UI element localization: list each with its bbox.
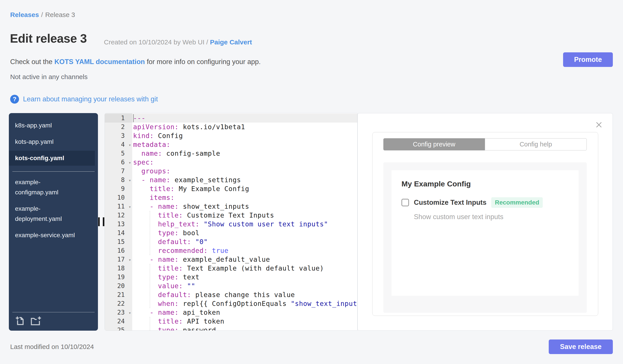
code-line[interactable]: recommended: true (132, 246, 357, 255)
code-line[interactable]: help_text: "Show custom user text inputs… (132, 220, 357, 229)
new-file-icon (15, 316, 25, 326)
sidebar-file-k8s-app.yaml[interactable]: k8s-app.yaml (9, 118, 95, 133)
sidebar-file-example-configmap.yaml[interactable]: example-configmap.yaml (9, 175, 95, 200)
line-number: 2 (105, 122, 132, 131)
git-releases-link[interactable]: Learn about managing your releases with … (23, 95, 158, 103)
recommended-badge: Recommended (491, 197, 543, 208)
config-group-title: My Example Config (401, 180, 471, 188)
config-item-row: Customize Text Inputs Recommended (401, 197, 543, 208)
promote-button[interactable]: Promote (563, 52, 613, 67)
code-line[interactable]: title: Text Example (with default value) (132, 264, 357, 273)
breadcrumb-releases-link[interactable]: Releases (10, 11, 39, 18)
code-line[interactable]: apiVersion: kots.io/v1beta1 (132, 122, 357, 131)
code-line[interactable]: type: password (132, 326, 357, 331)
fold-arrow-icon[interactable]: ▾ (129, 141, 131, 149)
code-line[interactable]: items: (132, 193, 357, 202)
text-cursor (133, 114, 134, 122)
close-icon[interactable] (595, 121, 603, 129)
line-number: 6▾ (105, 158, 132, 167)
line-number: 1 (105, 114, 132, 122)
line-number: 13 (105, 220, 132, 229)
sidebar-actions (9, 312, 98, 331)
sidebar-divider (12, 171, 95, 172)
config-item-help: Show custom user text inputs (414, 213, 503, 221)
doc-info: Check out the KOTS YAML documentation fo… (10, 58, 261, 66)
tab-config-preview[interactable]: Config preview (383, 138, 485, 150)
code-line[interactable]: type: text (132, 273, 357, 282)
breadcrumb-separator: / (41, 11, 43, 18)
config-item-label: Customize Text Inputs (414, 199, 486, 206)
code-line[interactable]: metadata: (132, 140, 357, 149)
file-list: k8s-app.yamlkots-app.yamlkots-config.yam… (9, 113, 98, 243)
line-number: 7 (105, 167, 132, 176)
config-preview-panel: Config previewConfig help My Example Con… (357, 113, 613, 331)
line-number: 10 (105, 193, 132, 202)
code-line[interactable]: type: bool (132, 229, 357, 237)
line-number: 22 (105, 299, 132, 308)
indent-guide (150, 264, 150, 308)
release-workspace: k8s-app.yamlkots-app.yamlkots-config.yam… (0, 113, 623, 331)
page-title: Edit release 3 (10, 31, 87, 45)
author-link[interactable]: Paige Calvert (210, 39, 252, 46)
line-number: 11▾ (105, 202, 132, 211)
line-number: 19 (105, 273, 132, 282)
code-line[interactable]: --- (132, 114, 357, 122)
sidebar-file-example-service.yaml[interactable]: example-service.yaml (9, 228, 95, 243)
doc-text-pre: Check out the (10, 58, 54, 66)
line-number: 5 (105, 149, 132, 158)
config-tabs: Config previewConfig help (383, 138, 587, 150)
code-line[interactable]: - name: example_settings (132, 176, 357, 184)
code-line[interactable]: when: repl{{ ConfigOptionEquals "show_te… (132, 299, 357, 308)
code-line[interactable]: title: My Example Config (132, 184, 357, 193)
line-number: 3 (105, 131, 132, 140)
new-folder-button[interactable] (30, 316, 42, 327)
yaml-editor[interactable]: 1234▾56▾78▾91011▾121314151617▾1819202122… (105, 113, 357, 331)
line-number: 23▾ (105, 308, 132, 317)
file-sidebar: k8s-app.yamlkots-app.yamlkots-config.yam… (9, 113, 98, 331)
code-line[interactable]: name: config-sample (132, 149, 357, 158)
customize-text-inputs-checkbox[interactable] (401, 199, 409, 206)
fold-arrow-icon[interactable]: ▾ (129, 176, 131, 185)
code-line[interactable]: title: API token (132, 317, 357, 326)
last-modified: Last modified on 10/10/2024 (10, 343, 94, 350)
sidebar-resize-handle[interactable] (98, 217, 104, 226)
tab-config-help[interactable]: Config help (485, 138, 587, 150)
code-line[interactable]: default: "0" (132, 237, 357, 246)
code-line[interactable]: groups: (132, 167, 357, 176)
new-file-button[interactable] (15, 316, 25, 327)
code-line[interactable]: title: Customize Text Inputs (132, 211, 357, 220)
kots-yaml-doc-link[interactable]: KOTS YAML documentation (54, 58, 145, 66)
line-number: 16 (105, 246, 132, 255)
fold-arrow-icon[interactable]: ▾ (129, 308, 131, 317)
editor-gutter: 1234▾56▾78▾91011▾121314151617▾1819202122… (105, 113, 132, 330)
channel-status: Not active in any channels (10, 73, 88, 81)
editor-code-area[interactable]: ---apiVersion: kots.io/v1beta1kind: Conf… (132, 113, 357, 330)
save-release-button[interactable]: Save release (549, 340, 613, 354)
line-number: 8▾ (105, 176, 132, 184)
breadcrumb: Releases/Release 3 (10, 11, 75, 19)
git-help-row: ? Learn about managing your releases wit… (10, 95, 158, 103)
sidebar-file-example-deployment.yaml[interactable]: example-deployment.yaml (9, 201, 95, 226)
line-number: 4▾ (105, 140, 132, 149)
new-folder-icon (30, 316, 42, 326)
fold-arrow-icon[interactable]: ▾ (129, 202, 131, 211)
code-line[interactable]: - name: example_default_value (132, 255, 357, 264)
line-number: 20 (105, 282, 132, 290)
code-line[interactable]: - name: show_text_inputs (132, 202, 357, 211)
fold-arrow-icon[interactable]: ▾ (129, 158, 131, 167)
code-line[interactable]: - name: api_token (132, 308, 357, 317)
code-line[interactable]: default: please change this value (132, 290, 357, 299)
created-text: Created on 10/10/2024 by Web UI / (104, 39, 210, 46)
fold-arrow-icon[interactable]: ▾ (129, 255, 131, 264)
sidebar-bottom-divider (12, 312, 95, 312)
code-line[interactable]: kind: Config (132, 131, 357, 140)
config-form: My Example Config Customize Text Inputs … (392, 170, 578, 296)
config-preview-body: My Example Config Customize Text Inputs … (383, 162, 587, 313)
indent-guide (150, 211, 150, 255)
created-info: Created on 10/10/2024 by Web UI / Paige … (104, 39, 252, 46)
code-line[interactable]: value: "" (132, 282, 357, 290)
sidebar-file-kots-app.yaml[interactable]: kots-app.yaml (9, 134, 95, 149)
sidebar-file-kots-config.yaml[interactable]: kots-config.yaml (9, 151, 95, 166)
line-number: 18 (105, 264, 132, 273)
code-line[interactable]: spec: (132, 158, 357, 167)
